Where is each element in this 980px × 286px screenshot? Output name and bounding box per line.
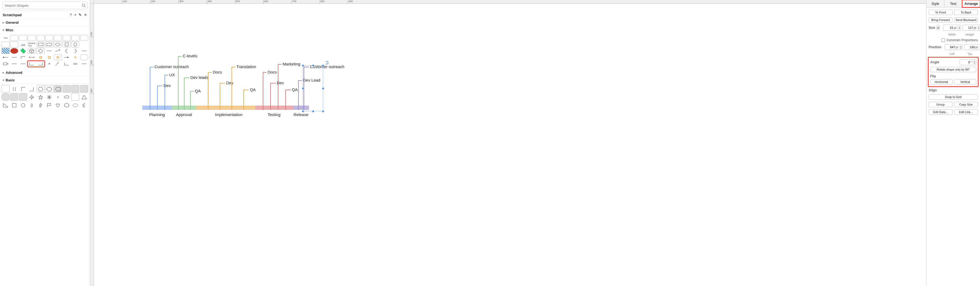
search-input[interactable] [5,3,80,8]
category-misc[interactable]: ▾ Misc [0,26,90,34]
step-up-icon[interactable]: ▲ [977,26,980,28]
category-general[interactable]: ▸ General [0,19,90,26]
close-icon[interactable]: ✕ [84,13,87,17]
phase-bar[interactable] [255,105,293,110]
rotate-90-button[interactable]: Rotate shape only by 90° [930,67,976,72]
shape-bolt[interactable] [37,101,45,109]
shape-misc[interactable] [19,35,27,41]
shape-misc[interactable] [71,35,80,41]
shape-misc[interactable] [37,35,45,41]
shape-misc[interactable] [54,35,62,41]
shape-misc[interactable] [2,42,10,47]
shape-partial-rect-a[interactable] [28,61,36,67]
shape-parallel-lines[interactable] [10,85,18,93]
shape-rect-fill[interactable] [71,85,80,93]
shape-drop[interactable] [28,101,36,109]
shape-rr[interactable] [10,93,18,101]
shape-oct[interactable] [45,85,53,93]
shape-line[interactable] [10,61,18,67]
shape-circle[interactable] [71,42,80,47]
shape-red-oval[interactable] [10,48,18,54]
shape-heart[interactable] [54,101,62,109]
shape-rounded[interactable] [80,54,88,60]
shape-misc[interactable] [10,35,18,41]
shape-pill[interactable] [2,93,10,101]
shape-line[interactable] [45,48,53,54]
step-down-icon[interactable]: ▼ [958,28,960,30]
draw-area[interactable]: PlanningCustomer outreachDevUXApprovalC-… [94,4,926,286]
shape-sun-icon[interactable]: ☀ [71,54,80,60]
edit-data-button[interactable]: Edit Data... [929,109,953,115]
selection-box[interactable] [303,66,323,111]
shape-cloud[interactable] [63,93,71,101]
shape-scribble[interactable] [71,101,80,109]
shape-link[interactable]: Link [19,42,27,47]
shape-x-arrow[interactable] [54,61,62,67]
shape-misc[interactable] [63,35,71,41]
shape-burst[interactable] [45,93,53,101]
add-icon[interactable]: + [74,13,76,17]
group-button[interactable]: Group [929,102,953,107]
selection-handle[interactable] [312,110,314,113]
timeline-diagram[interactable]: PlanningCustomer outreachDevUXApprovalC-… [142,47,336,117]
angle-field[interactable]: ° ▲▼ [959,59,976,65]
top-field[interactable]: pt ▲▼ [964,44,980,50]
shape-circ[interactable] [19,101,27,109]
shape-tri2[interactable] [2,101,10,109]
shape-ellipse[interactable] [54,42,62,47]
phase-bar[interactable] [196,105,255,110]
selection-handle[interactable] [302,87,304,89]
bring-forward-button[interactable]: Bring Forward [929,17,953,22]
shape-hatch-blue[interactable] [2,48,10,54]
shape-star5[interactable] [37,93,45,101]
shape-square[interactable] [63,42,71,47]
shape-misc[interactable] [10,42,18,47]
shape-moon[interactable] [80,101,88,109]
selection-handle[interactable] [312,64,314,67]
shape-arrow-right[interactable] [63,54,71,60]
help-icon[interactable]: ? [70,13,72,17]
height-field[interactable]: pt ▲▼ [963,25,980,31]
shape-connector[interactable] [2,54,10,60]
selection-handle[interactable] [322,87,325,89]
shape-misc[interactable] [45,35,53,41]
shape-misc[interactable] [28,35,36,41]
shape-sq[interactable] [10,101,18,109]
selection-handle[interactable] [302,64,304,67]
shape-line[interactable] [10,54,18,60]
category-basic[interactable]: ▾ Basic [0,77,90,84]
shape-diamond[interactable] [37,48,45,54]
shape-green-diamond[interactable] [20,48,26,54]
shape-flag[interactable] [45,101,53,109]
shape-partial-rect-b[interactable] [37,61,45,67]
height-input[interactable] [964,26,973,29]
flip-horizontal-button[interactable]: Horizontal [930,79,953,85]
angle-input[interactable] [961,61,970,64]
shape-cube[interactable] [28,48,36,54]
shape-cube2[interactable] [63,101,71,109]
shape-gear-icon[interactable]: ⚙ [37,54,45,60]
tab-arrange[interactable]: Arrange [962,0,980,7]
tab-text[interactable]: Text [945,0,963,7]
shape-brace-right[interactable] [71,48,80,54]
selection-handle[interactable] [322,110,325,113]
shape-line[interactable] [80,61,88,67]
rotate-handle-icon[interactable] [325,61,328,64]
shape-rounded-rect[interactable] [45,42,53,47]
send-backward-button[interactable]: Send Backward [954,17,978,22]
shape-brace-left[interactable] [63,48,71,54]
step-down-icon[interactable]: ▼ [977,28,980,30]
shape-gear-box[interactable]: ⚙ [54,54,62,60]
shape-tag-left[interactable] [54,85,62,93]
category-advanced[interactable]: ▸ Advanced [0,69,90,77]
shape-star4[interactable] [28,93,36,101]
shape-misc[interactable] [80,42,88,47]
shape-dot[interactable] [45,61,53,67]
selection-handle[interactable] [322,64,325,67]
shape-bracket-open[interactable] [19,85,27,93]
shape-line[interactable] [19,61,27,67]
shape-title[interactable]: Title [2,35,10,41]
copy-size-button[interactable]: Copy Size [954,102,978,107]
left-input[interactable] [946,46,955,49]
edit-link-button[interactable]: Edit Link... [954,109,978,115]
